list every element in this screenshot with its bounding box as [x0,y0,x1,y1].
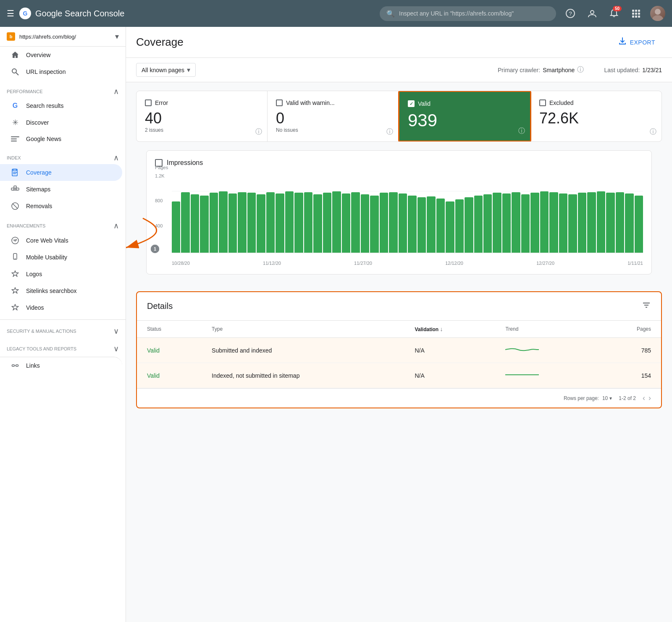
valid-help-icon[interactable]: ⓘ [518,127,525,136]
sidebar-item-links[interactable]: Links [0,357,122,374]
sidebar-item-logos[interactable]: Logos [0,266,122,282]
error-help-icon[interactable]: ⓘ [255,128,262,136]
sidebar-item-videos[interactable]: Videos [0,299,122,316]
google-g-icon: G [10,102,20,110]
stat-card-valid[interactable]: Valid 939 ⓘ [398,91,531,142]
enhancements-collapse-icon[interactable]: ∧ [113,221,119,230]
prev-page-button[interactable]: ‹ [643,394,645,402]
chart-bar [181,192,189,253]
rows-select-dropdown[interactable]: 10 ▾ [602,395,612,401]
chart-section: Impressions Pages 1.2K 800 400 0 [146,150,652,274]
chart-bar [361,194,369,253]
error-sub: 2 issues [145,127,259,133]
chart-bar [512,192,520,253]
th-validation[interactable]: Validation ↓ [404,321,495,338]
chart-bar [455,199,464,253]
primary-crawler-label: Primary crawler: [498,67,540,73]
chart-bar [323,193,331,253]
account-button[interactable] [585,6,600,21]
avatar[interactable] [650,6,665,21]
excluded-help-icon[interactable]: ⓘ [650,128,656,136]
notifications-button[interactable]: 50 [606,6,622,21]
svg-line-31 [13,204,18,209]
excluded-checkbox[interactable] [539,99,546,106]
chart-bar [191,194,199,253]
security-collapse-icon[interactable]: ∨ [113,327,119,336]
stats-section: Error 40 2 issues ⓘ Valid with warnin...… [126,82,672,291]
svg-rect-22 [13,169,16,171]
export-button[interactable]: EXPORT [612,34,662,51]
event-marker[interactable]: 1 [151,245,159,253]
valid-checkbox[interactable] [408,100,415,107]
sidebar-item-sitemaps[interactable]: Sitemaps [0,181,122,198]
chart-bar [549,192,558,253]
x-label-1: 10/28/20 [172,261,190,266]
chart-bar [200,196,208,253]
sidebar-item-core-web-vitals[interactable]: Core Web Vitals [0,232,122,249]
sidebar-item-mobile-usability[interactable]: Mobile Usability [0,249,122,266]
row2-trend [495,363,596,388]
x-label-6: 1/11/21 [627,261,643,266]
chart-bar [578,193,586,253]
legacy-label: Legacy tools and reports [7,346,76,351]
chart-bar [351,192,360,253]
site-initial: b [10,34,13,39]
valid-warning-checkbox[interactable] [276,99,283,106]
sidebar-item-sitelinks-searchbox[interactable]: Sitelinks searchbox [0,282,122,299]
sidebar-item-url-inspection[interactable]: URL inspection [0,63,122,80]
sidebar-item-overview[interactable]: Overview [0,47,122,63]
performance-label: Performance [7,89,43,94]
svg-rect-18 [11,136,19,137]
pages-filter-dropdown[interactable]: All known pages ▾ [136,63,196,77]
details-filter-icon[interactable] [642,301,651,312]
site-dropdown-icon: ▾ [115,32,119,41]
next-page-button[interactable]: › [648,394,651,402]
stat-card-excluded[interactable]: Excluded 72.6K ⓘ [531,91,662,141]
legacy-collapse-icon[interactable]: ∨ [113,344,119,353]
sidebar-item-discover[interactable]: ✳ Discover [0,114,122,131]
stat-card-error[interactable]: Error 40 2 issues ⓘ [136,91,268,141]
valid-warning-help-icon[interactable]: ⓘ [386,128,393,136]
stat-card-valid-warning[interactable]: Valid with warnin... 0 No issues ⓘ [268,91,399,141]
error-checkbox[interactable] [145,99,152,106]
sidebar-item-google-news[interactable]: Google News [0,131,122,146]
security-section-header[interactable]: Security & Manual Actions ∨ [0,319,126,337]
app-container: ☰ G Google Search Console 🔍 ? [0,0,672,622]
crawler-help-icon[interactable]: ⓘ [577,65,584,74]
table-row: Valid Indexed, not submitted in sitemap … [137,363,661,388]
content-header: Coverage EXPORT [126,27,672,58]
search-bar[interactable]: 🔍 [380,6,556,21]
menu-icon[interactable]: ☰ [7,8,14,18]
row2-pages: 154 [596,363,661,388]
mobile-usability-icon [10,253,20,261]
waffle-button[interactable] [628,6,643,21]
url-search-icon [10,68,20,76]
sidebar-item-coverage[interactable]: Coverage [0,164,122,181]
url-search-input[interactable] [399,10,549,17]
filter-dropdown-arrow: ▾ [187,66,190,74]
sidebar: b https://ahrefs.com/blog/ ▾ Overview UR… [0,27,126,622]
sidebar-item-removals[interactable]: Removals [0,198,122,214]
chart-bar [172,201,180,253]
index-collapse-icon[interactable]: ∧ [113,153,119,162]
chart-bar [540,191,549,253]
removals-icon [10,202,20,210]
chart-bar [417,197,426,253]
index-section-header: Index ∧ [0,146,126,164]
chart-title: Impressions [167,159,203,167]
sidebar-item-search-results[interactable]: G Search results [0,98,122,114]
links-icon [10,361,20,370]
site-selector[interactable]: b https://ahrefs.com/blog/ ▾ [0,27,126,47]
svg-rect-19 [11,139,17,139]
valid-warning-label: Valid with warnin... [286,99,335,106]
chart-bar [210,193,218,253]
chart-bar [228,193,237,253]
main-area: b https://ahrefs.com/blog/ ▾ Overview UR… [0,27,672,622]
notification-count: 50 [613,6,622,11]
performance-collapse-icon[interactable]: ∧ [113,87,119,96]
performance-section-header: Performance ∧ [0,80,126,98]
chart-bar [332,191,341,253]
help-button[interactable]: ? [563,6,578,21]
svg-line-17 [16,73,18,75]
legacy-section-header[interactable]: Legacy tools and reports ∨ [0,337,126,355]
